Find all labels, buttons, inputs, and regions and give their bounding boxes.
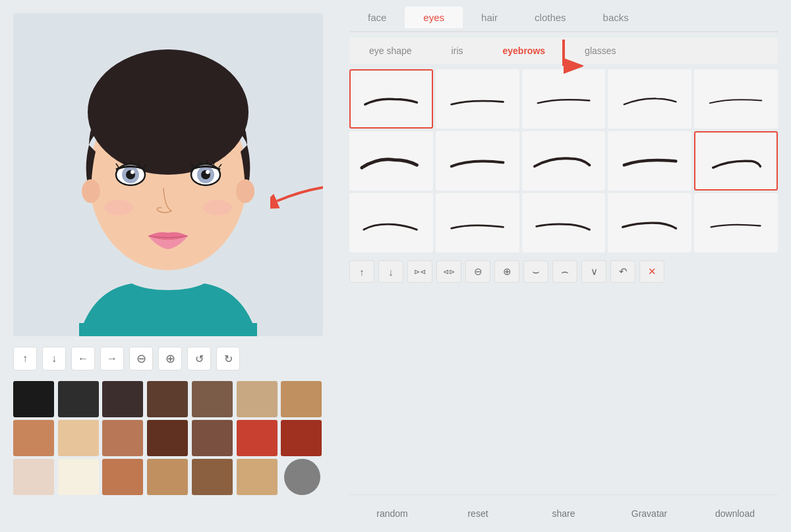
- color-swatch[interactable]: [237, 420, 278, 456]
- download-button[interactable]: download: [692, 502, 778, 525]
- share-button[interactable]: share: [521, 502, 606, 525]
- color-swatch[interactable]: [237, 459, 278, 495]
- svg-point-22: [206, 170, 210, 174]
- eyebrow-option-8[interactable]: [522, 131, 606, 191]
- color-swatch[interactable]: [58, 420, 99, 456]
- color-swatch[interactable]: [102, 381, 143, 417]
- color-swatch[interactable]: [58, 381, 99, 417]
- svg-rect-3: [79, 323, 257, 336]
- gravatar-button[interactable]: Gravatar: [606, 502, 692, 525]
- eyebrow-shape-7: [445, 147, 510, 175]
- eyebrow-shape-4: [618, 85, 682, 113]
- color-swatch[interactable]: [281, 420, 322, 456]
- svg-point-28: [104, 200, 133, 216]
- eyebrow-grid-wrapper: [349, 69, 778, 252]
- ctrl-expand-h[interactable]: ⊲⊳: [436, 260, 461, 283]
- random-button[interactable]: random: [349, 502, 435, 525]
- avatar-rotate-right[interactable]: ↻: [216, 347, 240, 370]
- color-swatch[interactable]: [147, 381, 188, 417]
- ctrl-zoom-in[interactable]: ⊕: [494, 260, 519, 283]
- eyebrow-option-13[interactable]: [522, 193, 606, 252]
- eyebrow-shape-12: [445, 209, 510, 237]
- tab-backs[interactable]: backs: [585, 7, 647, 28]
- eyebrow-option-14[interactable]: [608, 193, 691, 252]
- eyebrow-shape-9: [618, 147, 682, 175]
- tab-clothes[interactable]: clothes: [516, 7, 585, 28]
- eyebrow-option-3[interactable]: [522, 69, 606, 129]
- color-swatch[interactable]: [147, 420, 188, 456]
- svg-point-6: [82, 179, 100, 203]
- color-swatch[interactable]: [192, 459, 233, 495]
- bottom-controls: ↑ ↓ ⊳⊲ ⊲⊳ ⊖ ⊕ ⌣ ⌢ ∨ ↶ ✕: [349, 258, 778, 285]
- eyebrow-option-12[interactable]: [436, 193, 519, 252]
- subtab-eyebrows[interactable]: eyebrows: [483, 42, 566, 60]
- eyebrow-option-7[interactable]: [436, 131, 519, 191]
- tab-hair[interactable]: hair: [463, 7, 516, 28]
- eyebrow-grid: [349, 69, 778, 252]
- avatar-container: [13, 13, 323, 336]
- left-panel: ↑ ↓ ← → ⊖ ⊕ ↺ ↻: [0, 0, 336, 532]
- sub-tabs: eye shape iris eyebrows glasses: [349, 38, 778, 64]
- subtab-glasses[interactable]: glasses: [565, 42, 635, 60]
- color-swatch[interactable]: [13, 459, 54, 495]
- avatar-move-right[interactable]: →: [100, 347, 124, 370]
- avatar-move-left[interactable]: ←: [71, 347, 95, 370]
- eyebrow-shape-11: [359, 209, 423, 237]
- color-swatch[interactable]: [192, 420, 233, 456]
- color-swatch[interactable]: [13, 420, 54, 456]
- right-panel: face eyes hair clothes backs eye shape i…: [336, 0, 791, 532]
- svg-line-14: [125, 161, 125, 165]
- eyebrow-option-5[interactable]: [694, 69, 778, 129]
- ctrl-zoom-out[interactable]: ⊖: [465, 260, 490, 283]
- eyebrow-shape-3: [531, 85, 596, 113]
- color-swatch[interactable]: [147, 459, 188, 495]
- ctrl-curve-2[interactable]: ⌢: [552, 260, 577, 283]
- subtab-iris[interactable]: iris: [432, 42, 483, 60]
- eyebrow-option-15[interactable]: [694, 193, 778, 252]
- svg-point-29: [203, 200, 232, 216]
- subtab-eye-shape[interactable]: eye shape: [349, 42, 432, 60]
- ctrl-down[interactable]: ↓: [378, 260, 403, 283]
- avatar-zoom-out[interactable]: ⊖: [129, 347, 153, 370]
- avatar-move-up[interactable]: ↑: [13, 347, 37, 370]
- eyebrow-option-1[interactable]: [349, 69, 433, 129]
- eyebrow-option-2[interactable]: [436, 69, 519, 129]
- color-swatch[interactable]: [102, 459, 143, 495]
- reset-button[interactable]: reset: [435, 502, 521, 525]
- tab-eyes[interactable]: eyes: [405, 7, 463, 28]
- color-palette: [13, 381, 323, 495]
- eyebrow-shape-15: [703, 209, 768, 237]
- eyebrow-shape-14: [618, 209, 682, 237]
- color-swatch[interactable]: [13, 381, 54, 417]
- tab-face[interactable]: face: [349, 7, 405, 28]
- color-swatch[interactable]: [237, 381, 278, 417]
- eyebrow-option-6[interactable]: [349, 131, 433, 191]
- color-swatch-circle[interactable]: [284, 459, 320, 495]
- color-swatch[interactable]: [281, 381, 322, 417]
- ctrl-up[interactable]: ↑: [349, 260, 374, 283]
- eyebrow-shape-13: [531, 209, 596, 237]
- ctrl-rotate[interactable]: ↶: [610, 260, 635, 283]
- eyebrow-option-10[interactable]: [694, 131, 778, 191]
- eyebrow-shape-10: [703, 147, 768, 175]
- eyebrow-shape-5: [703, 85, 768, 113]
- color-swatch[interactable]: [102, 420, 143, 456]
- ctrl-close[interactable]: ✕: [639, 260, 664, 283]
- avatar-controls: ↑ ↓ ← → ⊖ ⊕ ↺ ↻: [13, 344, 323, 373]
- svg-line-24: [200, 161, 200, 165]
- avatar-rotate-left[interactable]: ↺: [187, 347, 211, 370]
- ctrl-curve-1[interactable]: ⌣: [523, 260, 548, 283]
- ctrl-compress-h[interactable]: ⊳⊲: [407, 260, 432, 283]
- eyebrow-shape-1: [359, 85, 423, 113]
- color-swatch[interactable]: [192, 381, 233, 417]
- color-swatch[interactable]: [58, 459, 99, 495]
- eyebrow-option-11[interactable]: [349, 193, 433, 252]
- eyebrow-shape-2: [445, 85, 510, 113]
- eyebrow-option-9[interactable]: [608, 131, 691, 191]
- eyebrow-option-4[interactable]: [608, 69, 691, 129]
- category-tabs: face eyes hair clothes backs: [349, 7, 778, 32]
- avatar-move-down[interactable]: ↓: [42, 347, 66, 370]
- avatar-zoom-in[interactable]: ⊕: [158, 347, 182, 370]
- action-buttons: random reset share Gravatar download: [349, 494, 778, 525]
- ctrl-angle[interactable]: ∨: [581, 260, 606, 283]
